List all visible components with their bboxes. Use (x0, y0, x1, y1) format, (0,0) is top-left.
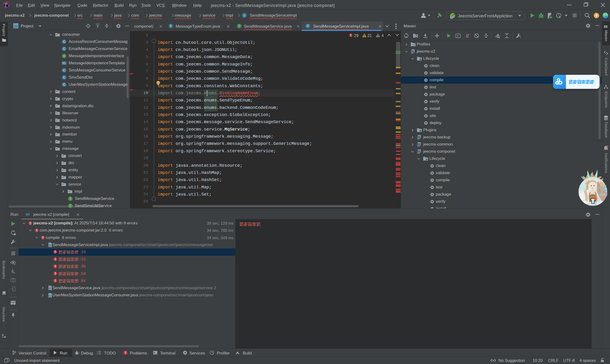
svg-text:J: J (49, 295, 50, 298)
svg-text:C: C (63, 47, 65, 51)
svg-text:I: I (64, 54, 64, 58)
svg-text:m: m (417, 151, 420, 154)
svg-text:m: m (417, 136, 420, 140)
svg-text:C: C (63, 69, 65, 72)
svg-text:C: C (63, 40, 65, 44)
svg-text:C: C (63, 83, 65, 86)
svg-text:E: E (170, 24, 172, 28)
svg-text:I: I (239, 24, 239, 28)
svg-text:I: I (70, 197, 71, 200)
svg-text:c: c (244, 13, 245, 17)
svg-text:J: J (49, 245, 50, 247)
svg-text:C: C (63, 62, 65, 65)
svg-text:J: J (49, 288, 50, 290)
svg-text:C: C (63, 76, 65, 79)
svg-text:C: C (307, 24, 309, 28)
svg-text:m: m (417, 143, 420, 147)
svg-text:I: I (70, 204, 71, 208)
svg-text:m: m (411, 51, 414, 54)
